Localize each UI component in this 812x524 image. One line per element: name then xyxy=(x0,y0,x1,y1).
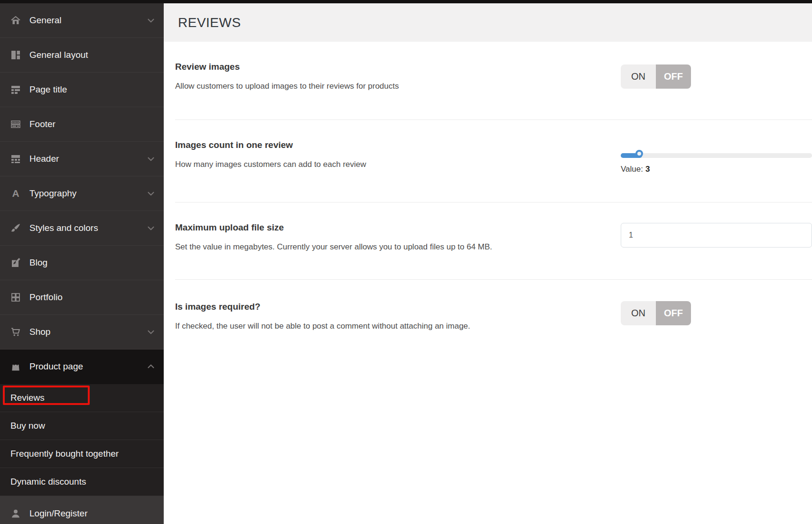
top-bar xyxy=(0,0,812,3)
toggle-on-button[interactable]: ON xyxy=(621,64,656,89)
page-header: REVIEWS xyxy=(164,3,812,42)
chevron-down-icon xyxy=(146,223,156,233)
sidebar-item-reviews[interactable]: Reviews xyxy=(0,384,164,412)
sidebar-item-label: Frequently bought together xyxy=(10,449,119,459)
sidebar-item-product-page[interactable]: Product page xyxy=(0,349,164,384)
sidebar-item-label: Portfolio xyxy=(29,292,63,303)
sidebar-item-dynamic-discounts[interactable]: Dynamic discounts xyxy=(0,468,164,496)
blog-icon xyxy=(9,257,22,269)
chevron-down-icon xyxy=(146,188,156,199)
sidebar-item-header[interactable]: Header xyxy=(0,142,164,176)
setting-description: Allow customers to upload images to thei… xyxy=(175,81,812,92)
toggle-on-button[interactable]: ON xyxy=(621,301,656,325)
sidebar-item-label: Typography xyxy=(29,188,76,199)
sidebar-item-general[interactable]: General xyxy=(0,3,164,38)
sidebar-item-label: Footer xyxy=(29,119,56,129)
sidebar-item-label: Blog xyxy=(29,257,47,268)
sidebar-item-label: Header xyxy=(29,154,59,164)
cart-icon xyxy=(9,326,22,338)
setting-images-required: Is images required? If checked, the user… xyxy=(164,280,812,403)
sidebar-item-label: General xyxy=(29,15,62,26)
bag-icon xyxy=(9,360,22,373)
sidebar-item-label: Login/Register xyxy=(29,508,88,519)
sidebar-item-typography[interactable]: A Typography xyxy=(0,176,164,211)
setting-title: Review images xyxy=(175,61,812,73)
setting-description: How many images customers can add to eac… xyxy=(175,159,812,170)
brush-icon xyxy=(9,222,22,234)
sidebar-item-buy-now[interactable]: Buy now xyxy=(0,412,164,440)
layout-icon xyxy=(9,49,22,61)
chevron-down-icon xyxy=(146,154,156,164)
portfolio-icon xyxy=(9,291,22,303)
images-required-toggle[interactable]: ON OFF xyxy=(621,301,691,325)
toggle-off-button[interactable]: OFF xyxy=(656,301,691,325)
setting-images-count: Images count in one review How many imag… xyxy=(164,120,812,202)
sidebar-item-label: Shop xyxy=(29,327,50,337)
sidebar-item-page-title[interactable]: Page title xyxy=(0,73,164,107)
sidebar-item-label: Reviews xyxy=(10,393,45,403)
sidebar-item-label: Page title xyxy=(29,84,67,95)
toggle-off-button[interactable]: OFF xyxy=(656,64,691,89)
footer-icon xyxy=(9,118,22,130)
settings-sidebar: General General layout Page title Footer xyxy=(0,3,164,524)
sidebar-item-styles-and-colors[interactable]: Styles and colors xyxy=(0,211,164,246)
sidebar-item-footer[interactable]: Footer xyxy=(0,107,164,142)
svg-text:A: A xyxy=(12,188,19,199)
sidebar-item-label: Buy now xyxy=(10,421,45,431)
sidebar-item-label: General layout xyxy=(29,50,88,60)
sidebar-item-blog[interactable]: Blog xyxy=(0,246,164,280)
images-count-slider[interactable] xyxy=(621,153,812,158)
sidebar-item-label: Product page xyxy=(29,361,83,372)
page-title-icon xyxy=(9,83,22,96)
sidebar-item-portfolio[interactable]: Portfolio xyxy=(0,280,164,315)
chevron-down-icon xyxy=(146,327,156,337)
value-number: 3 xyxy=(645,165,650,174)
theme-settings-window: General General layout Page title Footer xyxy=(0,0,812,524)
setting-title: Is images required? xyxy=(175,301,812,313)
header-icon xyxy=(9,153,22,165)
chevron-down-icon xyxy=(146,15,156,26)
setting-review-images: Review images Allow customers to upload … xyxy=(164,42,812,120)
chevron-up-icon xyxy=(146,361,156,372)
home-icon xyxy=(9,14,22,27)
settings-panel: Review images Allow customers to upload … xyxy=(164,42,812,524)
setting-max-upload-size: Maximum upload file size Set the value i… xyxy=(164,202,812,280)
sidebar-item-general-layout[interactable]: General layout xyxy=(0,38,164,73)
sidebar-item-login-register[interactable]: Login/Register xyxy=(0,496,164,524)
sidebar-item-label: Styles and colors xyxy=(29,223,98,233)
setting-title: Images count in one review xyxy=(175,139,812,151)
person-icon xyxy=(9,507,22,520)
value-label-text: Value: xyxy=(621,165,643,174)
sidebar-item-shop[interactable]: Shop xyxy=(0,315,164,349)
review-images-toggle[interactable]: ON OFF xyxy=(621,64,691,89)
sidebar-item-frequently-bought-together[interactable]: Frequently bought together xyxy=(0,440,164,468)
setting-description: If checked, the user will not be able to… xyxy=(175,321,812,332)
slider-value-label: Value:3 xyxy=(621,165,650,174)
slider-thumb[interactable] xyxy=(635,150,643,157)
max-upload-size-input[interactable] xyxy=(621,223,812,248)
typography-icon: A xyxy=(9,187,22,200)
sidebar-item-label: Dynamic discounts xyxy=(10,477,86,487)
page-title: REVIEWS xyxy=(178,15,241,30)
